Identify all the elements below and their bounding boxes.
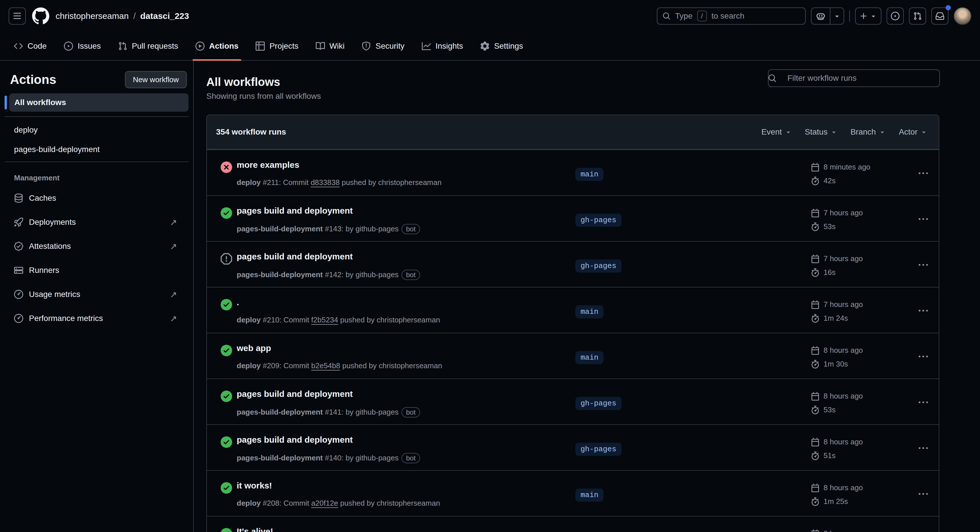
breadcrumb-repo-link[interactable]: datasci_223 [140, 11, 189, 21]
notifications-inbox-button[interactable] [931, 8, 948, 25]
stopwatch-icon [811, 177, 819, 185]
plus-icon [860, 12, 868, 20]
sidebar-item-all-workflows[interactable]: All workflows [9, 93, 189, 112]
tab-label: Security [375, 41, 404, 51]
tab-code[interactable]: Code [8, 32, 52, 60]
breadcrumb-owner-link[interactable]: christopherseaman [56, 11, 129, 21]
run-options-kebab-button[interactable] [915, 213, 932, 226]
bot-badge: bot [401, 224, 420, 234]
tab-wiki[interactable]: Wiki [310, 32, 350, 60]
sidebar-item-runners[interactable]: Runners [5, 262, 189, 279]
user-avatar[interactable] [954, 7, 971, 25]
sidebar-item-caches[interactable]: Caches [5, 190, 189, 206]
commit-link[interactable]: d833838 [310, 178, 340, 187]
workflow-run-row: more examples deploy #211: Commit d83383… [207, 149, 939, 195]
tab-label: Insights [436, 41, 463, 51]
run-options-kebab-button[interactable] [915, 259, 932, 272]
global-search-button[interactable]: Type / to search [657, 8, 806, 25]
github-logo-icon[interactable] [32, 8, 49, 25]
run-description: deploy #208: Commit a20f12e pushed by ch… [237, 499, 440, 508]
create-new-button[interactable] [855, 8, 881, 25]
actor-filter-dropdown[interactable]: Actor [899, 127, 927, 137]
status-filter-dropdown[interactable]: Status [805, 127, 837, 137]
branch-badge[interactable]: gh-pages [575, 214, 622, 227]
hamburger-menu-button[interactable] [9, 8, 26, 25]
stop-icon [221, 253, 232, 265]
sidebar-item-deploy-workflow[interactable]: deploy [5, 122, 189, 137]
run-title-link[interactable]: it works! [237, 480, 272, 491]
pull-requests-dashboard-button[interactable] [909, 8, 926, 25]
run-description: pages-build-deployment #142: by github-p… [237, 270, 420, 280]
tab-insights[interactable]: Insights [416, 32, 469, 60]
sidebar-item-performance-metrics[interactable]: Performance metrics ↗ [5, 310, 189, 327]
branch-badge[interactable]: main [575, 305, 603, 318]
run-description: pages-build-deployment #141: by github-p… [237, 407, 420, 418]
tab-label: Actions [209, 41, 239, 51]
run-description: deploy #211: Commit d833838 pushed by ch… [237, 178, 442, 187]
sidebar-item-label: Runners [29, 266, 59, 275]
run-number: #211: Commit [261, 178, 310, 187]
tab-actions[interactable]: Actions [190, 32, 244, 60]
run-options-kebab-button[interactable] [915, 351, 932, 363]
copilot-button[interactable] [811, 8, 830, 24]
run-title-link[interactable]: pages build and deployment [237, 388, 353, 400]
run-number: #143: by github-pages [323, 224, 399, 233]
rocket-icon [14, 218, 23, 227]
dropdown-label: Event [761, 127, 782, 137]
filter-workflow-runs-input[interactable] [768, 69, 940, 87]
run-title-link[interactable]: pages build and deployment [237, 205, 353, 216]
tab-label: Issues [78, 41, 101, 51]
commit-link[interactable]: a20f12e [311, 499, 338, 507]
branch-badge[interactable]: main [575, 168, 603, 181]
run-options-kebab-button[interactable] [915, 305, 932, 317]
tab-projects[interactable]: Projects [250, 32, 304, 60]
tab-security[interactable]: Security [356, 32, 410, 60]
tab-settings[interactable]: Settings [474, 32, 529, 60]
run-title-link[interactable]: It's alive! [237, 526, 273, 532]
graph-icon [422, 41, 431, 51]
run-options-kebab-button[interactable] [915, 396, 932, 409]
run-title-link[interactable]: web app [237, 343, 271, 354]
run-number: #142: by github-pages [323, 270, 399, 279]
sidebar-item-usage-metrics[interactable]: Usage metrics ↗ [5, 286, 189, 303]
event-filter-dropdown[interactable]: Event [761, 127, 792, 137]
run-duration: 1m 24s [824, 314, 848, 323]
copilot-dropdown-button[interactable] [830, 8, 843, 24]
workflow-name: deploy [237, 316, 261, 324]
page-subtitle: Showing runs from all workflows [206, 91, 980, 102]
sidebar-item-pages-build-deployment-workflow[interactable]: pages-build-deployment [5, 142, 189, 157]
actions-sidebar: Actions New workflow All workflows deplo… [0, 61, 194, 532]
check-circle-fill-icon [221, 482, 232, 494]
sidebar-item-deployments[interactable]: Deployments ↗ [5, 214, 189, 230]
database-icon [14, 194, 23, 203]
branch-badge[interactable]: main [575, 489, 603, 502]
branch-badge[interactable]: gh-pages [575, 259, 622, 273]
run-options-kebab-button[interactable] [915, 167, 932, 180]
branch-filter-dropdown[interactable]: Branch [851, 127, 886, 137]
tab-pull-requests[interactable]: Pull requests [112, 32, 184, 60]
branch-badge[interactable]: main [575, 351, 603, 364]
run-title-link[interactable]: . [237, 297, 239, 308]
run-title-link[interactable]: pages build and deployment [237, 434, 353, 446]
check-circle-fill-icon [221, 299, 232, 310]
calendar-icon [811, 529, 819, 532]
commit-link[interactable]: b2e54b8 [311, 361, 340, 370]
branch-badge[interactable]: gh-pages [575, 443, 622, 456]
run-options-kebab-button[interactable] [915, 488, 932, 500]
dropdown-label: Actor [899, 127, 918, 137]
run-title-link[interactable]: more examples [237, 159, 299, 171]
check-circle-fill-icon [221, 528, 232, 532]
bot-badge: bot [401, 407, 420, 418]
commit-link[interactable]: f2b5234 [311, 316, 338, 324]
check-circle-fill-icon [221, 207, 232, 219]
run-options-kebab-button[interactable] [915, 442, 932, 455]
issues-dashboard-button[interactable] [886, 8, 904, 25]
search-placeholder-post: to search [711, 11, 745, 21]
branch-badge[interactable]: gh-pages [575, 397, 622, 410]
sidebar-item-attestations[interactable]: Attestations ↗ [5, 238, 189, 254]
new-workflow-button[interactable]: New workflow [125, 71, 187, 88]
tab-issues[interactable]: Issues [58, 32, 107, 60]
global-header: christopherseaman / datasci_223 Type / t… [0, 0, 980, 32]
run-title-link[interactable]: pages build and deployment [237, 251, 353, 262]
run-date: 7 hours ago [824, 254, 863, 263]
